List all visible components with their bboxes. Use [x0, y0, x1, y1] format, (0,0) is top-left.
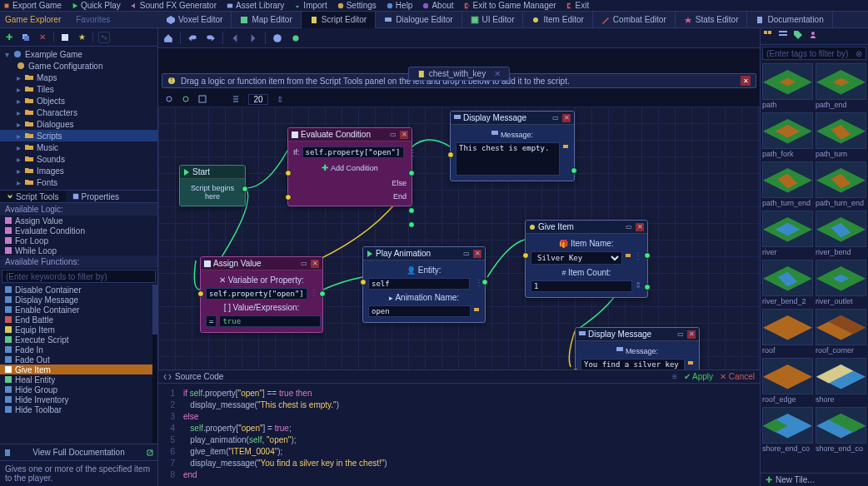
close-button[interactable]: ✕ [311, 260, 319, 268]
delete-button[interactable]: ✕ [37, 32, 48, 43]
duplicate-button[interactable] [20, 32, 32, 43]
logic-for-loop[interactable]: For Loop [0, 236, 157, 245]
close-button[interactable]: ✕ [562, 114, 571, 122]
tree-scripts[interactable]: ▸Scripts [0, 130, 157, 141]
tab-script-editor[interactable]: Script Editor [302, 12, 376, 28]
tree-images[interactable]: ▸Images [0, 165, 157, 176]
asset-tile[interactable]: river_bend_2 [762, 260, 813, 306]
asset-tile[interactable]: path_fork [762, 112, 813, 159]
tool-tab-script[interactable]: Script Tools [0, 191, 66, 202]
minimize-button[interactable]: ▭ [389, 131, 397, 139]
asset-tile[interactable]: roof_edge [762, 358, 813, 404]
script-file-tab[interactable]: chest_with_key ✕ [408, 67, 510, 81]
tab-stats-editor[interactable]: Stats Editor [676, 12, 748, 28]
menu-quick-play[interactable]: Quick Play [72, 1, 121, 10]
minimize-button[interactable]: ▭ [300, 260, 308, 268]
count-stepper[interactable]: ⇕ [635, 280, 641, 292]
tab-dialogue-editor[interactable]: Dialogue Editor [376, 12, 461, 28]
asset-tile[interactable]: river_bend [816, 211, 866, 257]
clear-filter-icon[interactable]: ⊗ [856, 49, 862, 58]
fn-fade-out[interactable]: Fade Out [0, 355, 157, 364]
asset-tile[interactable]: shore [816, 358, 866, 404]
tree-root[interactable]: ▾Example Game [0, 48, 157, 60]
fn-hide-toolbar[interactable]: Hide Toolbar [0, 404, 157, 414]
minimize-button[interactable]: ▭ [462, 250, 471, 258]
link-button[interactable] [98, 32, 110, 43]
node-start[interactable]: Start Script begins here [179, 165, 246, 206]
asset-filter-input[interactable]: (Enter tags to filter by)⊗ [762, 47, 866, 60]
function-filter-input[interactable]: (Enter keywords to filter by) [2, 270, 156, 283]
redo-button[interactable] [204, 32, 217, 45]
close-button[interactable]: ✕ [687, 330, 696, 339]
logic-while-loop[interactable]: While Loop [0, 245, 157, 255]
script-canvas[interactable]: Start Script begins here Evaluate Condit… [158, 107, 760, 369]
asset-tile[interactable]: river_outlet [816, 260, 866, 306]
close-button[interactable]: ✕ [473, 250, 481, 258]
asset-view-3[interactable] [794, 31, 806, 42]
node-assign-value[interactable]: Assign Value▭✕ ✕ Variable or Property: ⋮… [200, 256, 323, 333]
tree-objects[interactable]: ▸Objects [0, 95, 157, 107]
zoom-stepper[interactable]: ⇕ [277, 95, 283, 104]
asset-tile[interactable]: path_turn [816, 112, 866, 159]
asset-tile[interactable]: path [762, 63, 813, 110]
tree-music[interactable]: ▸Music [0, 141, 157, 153]
game-explorer-label[interactable]: Game Explorer [5, 15, 61, 24]
asset-tile[interactable]: path_turn_end [762, 161, 813, 208]
favorites-label[interactable]: Favorites [76, 15, 110, 24]
asset-tile[interactable]: path_turn_end [816, 161, 866, 208]
menu-exit-manager[interactable]: Exit to Game Manager [464, 1, 556, 10]
entity-input[interactable] [368, 278, 470, 290]
save-button[interactable] [59, 32, 71, 43]
node-play-animation[interactable]: Play Animation▭✕ 👤 Entity: ⋮ ▸ Animation… [362, 246, 486, 323]
asset-tile[interactable]: roof [762, 309, 813, 355]
node-display-message-1[interactable]: Display Message▭✕ Message: This chest is… [450, 111, 575, 181]
fn-equip-item[interactable]: Equip Item [0, 325, 157, 335]
fn-give-item[interactable]: Give Item [0, 364, 157, 374]
favorite-button[interactable]: ★ [76, 32, 87, 43]
center-view-button[interactable] [165, 95, 173, 103]
logic-evaluate-condition[interactable]: Evaluate Condition [0, 226, 157, 236]
fn-hide-group[interactable]: Hide Group [0, 384, 157, 394]
source-menu-button[interactable]: ≡ [672, 372, 677, 381]
tab-item-editor[interactable]: Item Editor [523, 12, 592, 28]
documentation-link[interactable]: View Full Documentation [0, 444, 157, 460]
menu-help[interactable]: Help [387, 1, 413, 10]
tree-game-config[interactable]: Game Configuration [0, 60, 157, 72]
expression-input[interactable] [219, 315, 321, 327]
tab-map-editor[interactable]: Map Editor [232, 12, 301, 28]
asset-tile[interactable]: roof_corner [816, 309, 866, 355]
fn-heal-entity[interactable]: Heal Entity [0, 374, 157, 384]
fn-display-message[interactable]: Display Message [0, 295, 157, 305]
more-button[interactable]: ⋮ [310, 288, 318, 300]
fn-fade-in[interactable]: Fade In [0, 345, 157, 355]
asset-tile[interactable]: path_end [816, 63, 866, 110]
minimize-button[interactable]: ▭ [676, 330, 685, 339]
close-info-button[interactable]: ✕ [741, 76, 751, 86]
item-select[interactable]: Silver Key [531, 251, 622, 265]
fn-end-battle[interactable]: End Battle [0, 315, 157, 325]
tree-tiles[interactable]: ▸Tiles [0, 83, 157, 95]
tree-characters[interactable]: ▸Characters [0, 107, 157, 118]
menu-sound-fx[interactable]: Sound FX Generator [131, 1, 217, 10]
tree-maps[interactable]: ▸Maps [0, 72, 157, 83]
refresh-button[interactable] [182, 95, 190, 103]
undo-button[interactable] [186, 32, 199, 45]
fn-execute-script[interactable]: Execute Script [0, 335, 157, 345]
more-button[interactable]: ⋮ [409, 148, 417, 157]
grid-button[interactable] [198, 95, 207, 103]
apply-button[interactable]: ✔ Apply [684, 372, 713, 381]
logic-assign-value[interactable]: Assign Value [0, 216, 157, 226]
node-give-item[interactable]: Give Item▭✕ 🎁 Item Name: Silver Key⋮ # I… [525, 220, 648, 298]
asset-view-4[interactable] [809, 31, 821, 42]
menu-exit[interactable]: Exit [566, 1, 590, 10]
fn-enable-container[interactable]: Enable Container [0, 305, 157, 315]
item-count-input[interactable] [531, 280, 632, 292]
menu-asset-library[interactable]: Asset Library [227, 1, 284, 10]
settings-button[interactable] [271, 32, 284, 45]
more-button[interactable]: ⋮ [634, 251, 642, 265]
animation-name-input[interactable] [368, 305, 471, 317]
menu-export-game[interactable]: Export Game [3, 1, 62, 10]
tree-sounds[interactable]: ▸Sounds [0, 153, 157, 165]
tree-fonts[interactable]: ▸Fonts [0, 176, 157, 188]
tab-combat-editor[interactable]: Combat Editor [593, 12, 676, 28]
